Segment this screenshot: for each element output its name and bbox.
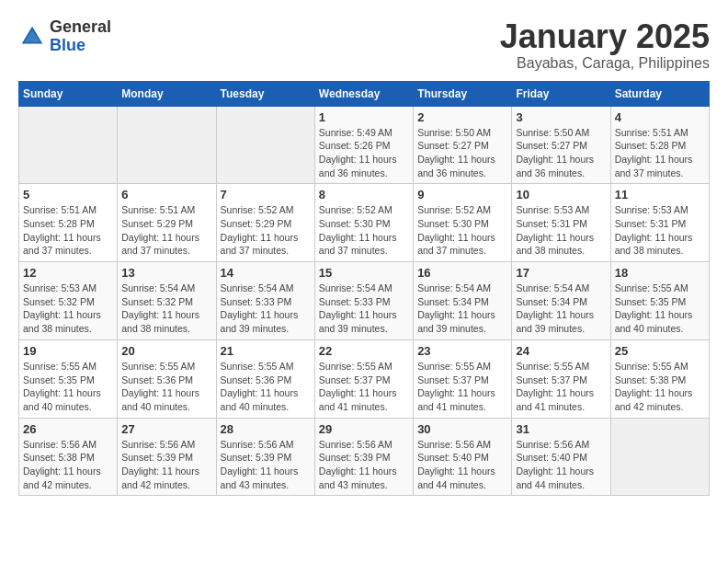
day-number: 30 [417,422,507,436]
day-info: Sunrise: 5:56 AM Sunset: 5:39 PM Dayligh… [221,438,311,492]
calendar-week-row: 5Sunrise: 5:51 AM Sunset: 5:28 PM Daylig… [19,184,710,262]
day-header-wednesday: Wednesday [314,81,413,106]
day-info: Sunrise: 5:54 AM Sunset: 5:33 PM Dayligh… [319,282,409,336]
location-title: Bayabas, Caraga, Philippines [500,55,710,72]
calendar-cell [118,106,216,184]
calendar-cell: 27Sunrise: 5:56 AM Sunset: 5:39 PM Dayli… [118,418,216,496]
day-info: Sunrise: 5:56 AM Sunset: 5:38 PM Dayligh… [23,438,113,492]
day-number: 15 [319,266,409,280]
day-number: 14 [221,266,311,280]
day-number: 12 [23,266,113,280]
day-number: 4 [615,110,705,124]
calendar-cell: 5Sunrise: 5:51 AM Sunset: 5:28 PM Daylig… [19,184,118,262]
calendar-cell: 13Sunrise: 5:54 AM Sunset: 5:32 PM Dayli… [118,262,216,340]
month-title: January 2025 [500,18,710,55]
calendar-body: 1Sunrise: 5:49 AM Sunset: 5:26 PM Daylig… [19,106,710,496]
day-number: 22 [319,344,409,358]
calendar-cell [19,106,118,184]
calendar-cell: 26Sunrise: 5:56 AM Sunset: 5:38 PM Dayli… [19,418,118,496]
day-info: Sunrise: 5:54 AM Sunset: 5:34 PM Dayligh… [417,282,507,336]
day-info: Sunrise: 5:51 AM Sunset: 5:28 PM Dayligh… [23,203,113,258]
calendar-cell: 23Sunrise: 5:55 AM Sunset: 5:37 PM Dayli… [414,339,512,418]
day-number: 25 [615,344,705,358]
day-number: 2 [417,110,507,124]
day-info: Sunrise: 5:53 AM Sunset: 5:31 PM Dayligh… [516,203,606,258]
day-header-sunday: Sunday [19,81,118,106]
calendar-cell: 31Sunrise: 5:56 AM Sunset: 5:40 PM Dayli… [512,418,610,496]
day-number: 24 [516,344,606,358]
day-number: 17 [516,266,606,280]
day-info: Sunrise: 5:51 AM Sunset: 5:29 PM Dayligh… [121,203,211,258]
day-number: 7 [221,188,311,201]
day-info: Sunrise: 5:53 AM Sunset: 5:32 PM Dayligh… [23,282,113,336]
day-number: 6 [121,188,211,201]
logo-general-text: General [50,18,111,37]
day-info: Sunrise: 5:50 AM Sunset: 5:27 PM Dayligh… [417,126,507,180]
day-number: 26 [23,422,113,436]
day-number: 19 [23,344,113,358]
calendar-week-row: 12Sunrise: 5:53 AM Sunset: 5:32 PM Dayli… [19,262,710,340]
day-header-tuesday: Tuesday [216,81,314,106]
calendar-cell: 9Sunrise: 5:52 AM Sunset: 5:30 PM Daylig… [414,184,512,262]
title-block: January 2025 Bayabas, Caraga, Philippine… [500,18,710,72]
calendar-cell: 30Sunrise: 5:56 AM Sunset: 5:40 PM Dayli… [414,418,512,496]
calendar-cell: 18Sunrise: 5:55 AM Sunset: 5:35 PM Dayli… [610,262,709,340]
calendar-cell: 11Sunrise: 5:53 AM Sunset: 5:31 PM Dayli… [610,184,709,262]
calendar-table: SundayMondayTuesdayWednesdayThursdayFrid… [18,81,710,497]
day-info: Sunrise: 5:55 AM Sunset: 5:36 PM Dayligh… [121,360,211,414]
day-number: 3 [516,110,606,124]
calendar-cell: 19Sunrise: 5:55 AM Sunset: 5:35 PM Dayli… [19,339,118,418]
day-info: Sunrise: 5:50 AM Sunset: 5:27 PM Dayligh… [516,126,606,180]
day-info: Sunrise: 5:53 AM Sunset: 5:31 PM Dayligh… [615,203,705,258]
day-info: Sunrise: 5:54 AM Sunset: 5:32 PM Dayligh… [121,282,211,336]
day-number: 20 [121,344,211,358]
calendar-cell: 1Sunrise: 5:49 AM Sunset: 5:26 PM Daylig… [314,106,413,184]
logo: General Blue [18,18,111,55]
day-number: 9 [417,188,507,201]
day-info: Sunrise: 5:56 AM Sunset: 5:40 PM Dayligh… [516,438,606,492]
calendar-cell: 2Sunrise: 5:50 AM Sunset: 5:27 PM Daylig… [414,106,512,184]
day-info: Sunrise: 5:52 AM Sunset: 5:29 PM Dayligh… [221,203,311,258]
calendar-cell: 12Sunrise: 5:53 AM Sunset: 5:32 PM Dayli… [19,262,118,340]
page-header: General Blue January 2025 Bayabas, Carag… [18,18,710,72]
calendar-cell: 15Sunrise: 5:54 AM Sunset: 5:33 PM Dayli… [314,262,413,340]
day-header-saturday: Saturday [610,81,709,106]
calendar-week-row: 26Sunrise: 5:56 AM Sunset: 5:38 PM Dayli… [19,418,710,496]
calendar-cell: 17Sunrise: 5:54 AM Sunset: 5:34 PM Dayli… [512,262,610,340]
calendar-cell: 6Sunrise: 5:51 AM Sunset: 5:29 PM Daylig… [118,184,216,262]
calendar-week-row: 19Sunrise: 5:55 AM Sunset: 5:35 PM Dayli… [19,339,710,418]
calendar-cell: 14Sunrise: 5:54 AM Sunset: 5:33 PM Dayli… [216,262,314,340]
day-info: Sunrise: 5:56 AM Sunset: 5:39 PM Dayligh… [319,438,409,492]
calendar-cell: 21Sunrise: 5:55 AM Sunset: 5:36 PM Dayli… [216,339,314,418]
day-info: Sunrise: 5:56 AM Sunset: 5:40 PM Dayligh… [417,438,507,492]
day-number: 21 [221,344,311,358]
day-info: Sunrise: 5:55 AM Sunset: 5:37 PM Dayligh… [516,360,606,414]
day-header-monday: Monday [118,81,216,106]
day-number: 27 [121,422,211,436]
calendar-cell [216,106,314,184]
day-info: Sunrise: 5:52 AM Sunset: 5:30 PM Dayligh… [319,203,409,258]
logo-blue-text: Blue [50,37,111,55]
calendar-cell: 28Sunrise: 5:56 AM Sunset: 5:39 PM Dayli… [216,418,314,496]
calendar-cell: 16Sunrise: 5:54 AM Sunset: 5:34 PM Dayli… [414,262,512,340]
day-info: Sunrise: 5:54 AM Sunset: 5:33 PM Dayligh… [221,282,311,336]
day-number: 28 [221,422,311,436]
calendar-cell: 10Sunrise: 5:53 AM Sunset: 5:31 PM Dayli… [512,184,610,262]
calendar-cell: 7Sunrise: 5:52 AM Sunset: 5:29 PM Daylig… [216,184,314,262]
day-info: Sunrise: 5:49 AM Sunset: 5:26 PM Dayligh… [319,126,409,180]
day-number: 18 [615,266,705,280]
day-info: Sunrise: 5:55 AM Sunset: 5:37 PM Dayligh… [319,360,409,414]
calendar-cell: 8Sunrise: 5:52 AM Sunset: 5:30 PM Daylig… [314,184,413,262]
calendar-cell: 25Sunrise: 5:55 AM Sunset: 5:38 PM Dayli… [610,339,709,418]
day-info: Sunrise: 5:51 AM Sunset: 5:28 PM Dayligh… [615,126,705,180]
day-number: 13 [121,266,211,280]
day-info: Sunrise: 5:54 AM Sunset: 5:34 PM Dayligh… [516,282,606,336]
day-number: 11 [615,188,705,201]
calendar-cell: 29Sunrise: 5:56 AM Sunset: 5:39 PM Dayli… [314,418,413,496]
calendar-cell: 3Sunrise: 5:50 AM Sunset: 5:27 PM Daylig… [512,106,610,184]
calendar-cell: 4Sunrise: 5:51 AM Sunset: 5:28 PM Daylig… [610,106,709,184]
day-header-thursday: Thursday [414,81,512,106]
day-number: 10 [516,188,606,201]
calendar-header-row: SundayMondayTuesdayWednesdayThursdayFrid… [19,81,710,106]
calendar-cell [610,418,709,496]
